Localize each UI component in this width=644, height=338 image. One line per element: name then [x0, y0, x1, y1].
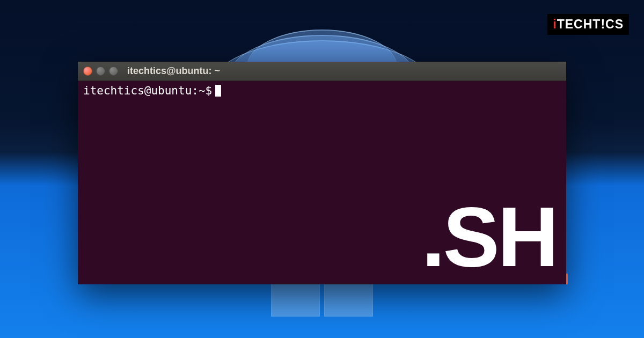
window-title: itechtics@ubuntu: ~	[127, 65, 220, 77]
minimize-button[interactable]	[96, 67, 105, 76]
maximize-button[interactable]	[109, 67, 118, 76]
desktop-background: iTECHT!CS itechtics@ubuntu: ~ itechtics@…	[0, 0, 644, 338]
brand-logo: iTECHT!CS	[547, 14, 629, 35]
edge-accent	[566, 274, 568, 284]
file-extension-overlay: .SH	[422, 194, 557, 279]
brand-logo-text: iTECHT!CS	[553, 17, 624, 32]
cursor-icon	[215, 85, 221, 97]
close-button[interactable]	[83, 67, 92, 76]
terminal-titlebar[interactable]: itechtics@ubuntu: ~	[78, 62, 566, 81]
terminal-window[interactable]: itechtics@ubuntu: ~ itechtics@ubuntu:~$ …	[78, 62, 566, 284]
shell-prompt: itechtics@ubuntu:~$	[83, 84, 212, 97]
terminal-body[interactable]: itechtics@ubuntu:~$ .SH	[78, 81, 566, 284]
prompt-line: itechtics@ubuntu:~$	[83, 84, 561, 97]
